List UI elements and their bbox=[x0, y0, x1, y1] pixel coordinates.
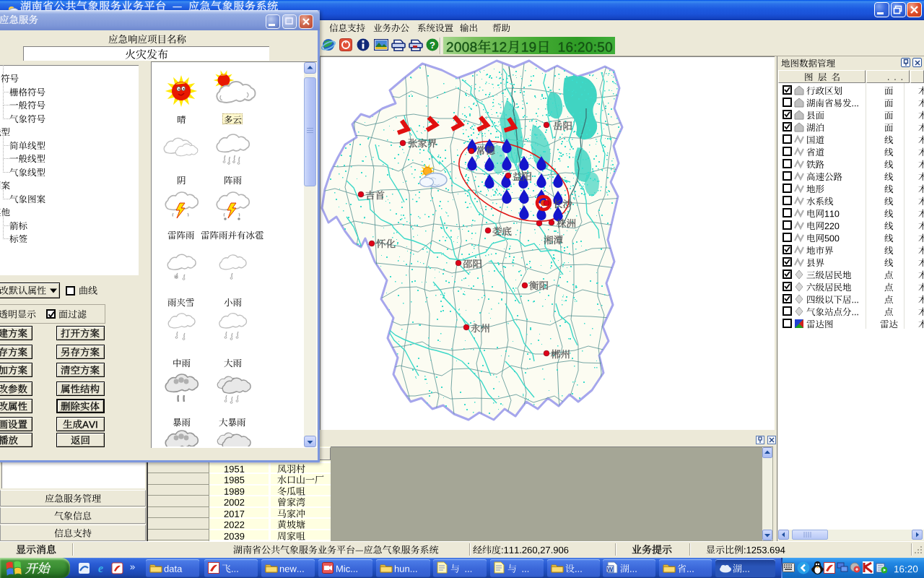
svg-text:W: W bbox=[607, 566, 614, 573]
svg-text:?: ? bbox=[430, 40, 435, 51]
svg-text:e: e bbox=[98, 562, 103, 574]
